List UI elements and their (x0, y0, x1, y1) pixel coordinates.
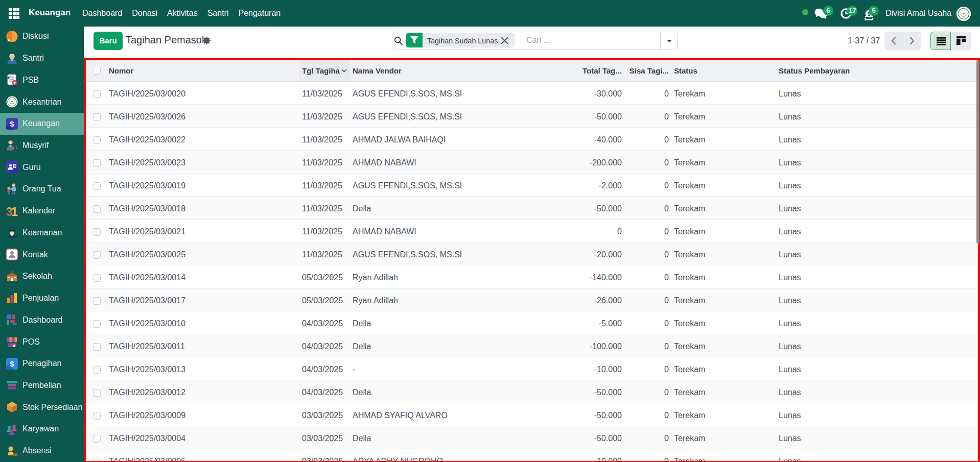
svg-text:$: $ (10, 359, 14, 368)
svg-text:$: $ (10, 119, 14, 128)
svg-text:1: 1 (11, 205, 18, 217)
